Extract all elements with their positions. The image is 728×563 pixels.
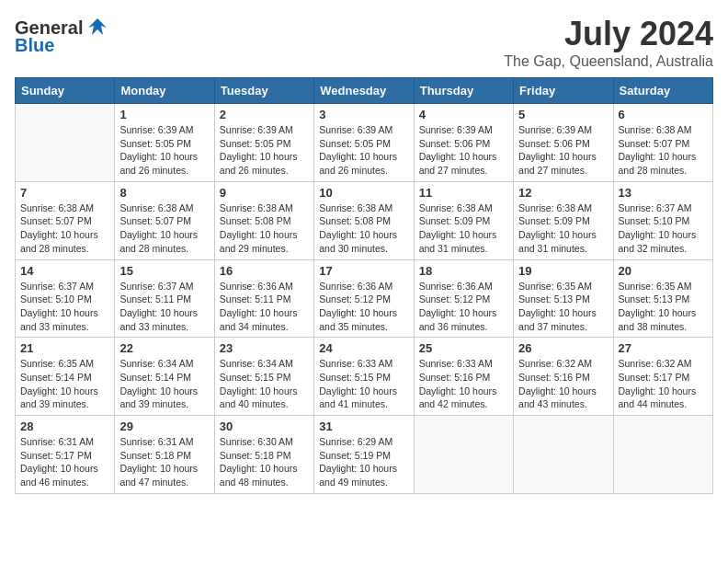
calendar-day-cell: 14Sunrise: 6:37 AMSunset: 5:10 PMDayligh… [16, 259, 115, 338]
day-number: 25 [419, 341, 508, 355]
day-number: 28 [20, 419, 109, 433]
day-info: Sunrise: 6:38 AMSunset: 5:07 PMDaylight:… [20, 201, 109, 256]
calendar-day-cell: 15Sunrise: 6:37 AMSunset: 5:11 PMDayligh… [115, 259, 214, 338]
day-number: 11 [419, 186, 508, 200]
weekday-header: Saturday [613, 78, 712, 104]
day-number: 30 [220, 419, 309, 433]
calendar-day-cell: 3Sunrise: 6:39 AMSunset: 5:05 PMDaylight… [314, 104, 414, 182]
day-number: 31 [319, 419, 408, 433]
day-number: 17 [319, 264, 408, 278]
calendar-day-cell: 29Sunrise: 6:31 AMSunset: 5:18 PMDayligh… [115, 416, 214, 494]
calendar-day-cell: 2Sunrise: 6:39 AMSunset: 5:05 PMDaylight… [214, 104, 313, 182]
day-number: 14 [20, 264, 109, 278]
day-info: Sunrise: 6:39 AMSunset: 5:05 PMDaylight:… [319, 123, 408, 178]
day-info: Sunrise: 6:38 AMSunset: 5:08 PMDaylight:… [220, 201, 309, 256]
calendar-week-row: 28Sunrise: 6:31 AMSunset: 5:17 PMDayligh… [16, 416, 713, 494]
day-number: 2 [220, 108, 309, 121]
day-info: Sunrise: 6:37 AMSunset: 5:10 PMDaylight:… [20, 280, 109, 334]
day-info: Sunrise: 6:36 AMSunset: 5:12 PMDaylight:… [419, 280, 508, 334]
calendar-table: SundayMondayTuesdayWednesdayThursdayFrid… [15, 77, 713, 494]
day-number: 29 [119, 419, 209, 433]
day-info: Sunrise: 6:39 AMSunset: 5:06 PMDaylight:… [419, 123, 508, 178]
calendar-day-cell: 13Sunrise: 6:37 AMSunset: 5:10 PMDayligh… [613, 181, 712, 259]
calendar-day-cell: 5Sunrise: 6:39 AMSunset: 5:06 PMDaylight… [514, 104, 613, 182]
calendar-header-row: SundayMondayTuesdayWednesdayThursdayFrid… [16, 78, 713, 104]
day-info: Sunrise: 6:39 AMSunset: 5:05 PMDaylight:… [220, 123, 309, 178]
day-info: Sunrise: 6:38 AMSunset: 5:07 PMDaylight:… [619, 123, 708, 178]
calendar-week-row: 1Sunrise: 6:39 AMSunset: 5:05 PMDaylight… [16, 104, 713, 182]
day-number: 12 [518, 186, 608, 200]
calendar-day-cell [613, 416, 712, 494]
day-number: 19 [518, 264, 608, 278]
day-info: Sunrise: 6:35 AMSunset: 5:14 PMDaylight:… [20, 357, 109, 411]
calendar-day-cell: 20Sunrise: 6:35 AMSunset: 5:13 PMDayligh… [613, 259, 712, 338]
day-number: 16 [220, 264, 309, 278]
day-number: 4 [419, 108, 508, 121]
day-number: 26 [518, 341, 608, 355]
day-info: Sunrise: 6:33 AMSunset: 5:15 PMDaylight:… [319, 357, 408, 411]
day-info: Sunrise: 6:35 AMSunset: 5:13 PMDaylight:… [518, 280, 608, 334]
calendar-week-row: 7Sunrise: 6:38 AMSunset: 5:07 PMDaylight… [16, 181, 713, 259]
logo-blue-text: Blue [15, 35, 54, 56]
day-info: Sunrise: 6:38 AMSunset: 5:08 PMDaylight:… [319, 201, 408, 256]
calendar-day-cell: 10Sunrise: 6:38 AMSunset: 5:08 PMDayligh… [314, 181, 414, 259]
day-number: 20 [619, 264, 708, 278]
calendar-day-cell: 21Sunrise: 6:35 AMSunset: 5:14 PMDayligh… [16, 338, 115, 416]
calendar-day-cell [514, 416, 613, 494]
day-number: 5 [518, 108, 608, 121]
day-number: 24 [319, 341, 408, 355]
day-number: 13 [619, 186, 708, 200]
day-info: Sunrise: 6:34 AMSunset: 5:15 PMDaylight:… [220, 357, 309, 411]
title-block: July 2024 The Gap, Queensland, Australia [504, 15, 713, 70]
day-number: 6 [619, 108, 708, 121]
day-info: Sunrise: 6:38 AMSunset: 5:09 PMDaylight:… [419, 201, 508, 256]
calendar-day-cell [16, 104, 115, 182]
day-number: 21 [20, 341, 109, 355]
day-info: Sunrise: 6:31 AMSunset: 5:18 PMDaylight:… [119, 435, 209, 489]
month-title: July 2024 [504, 15, 713, 53]
calendar-day-cell: 31Sunrise: 6:29 AMSunset: 5:19 PMDayligh… [314, 416, 414, 494]
day-number: 1 [119, 108, 209, 121]
day-number: 3 [319, 108, 408, 121]
day-info: Sunrise: 6:32 AMSunset: 5:17 PMDaylight:… [619, 357, 708, 411]
calendar-day-cell: 23Sunrise: 6:34 AMSunset: 5:15 PMDayligh… [214, 338, 313, 416]
weekday-header: Wednesday [314, 78, 414, 104]
weekday-header: Sunday [16, 78, 115, 104]
calendar-week-row: 21Sunrise: 6:35 AMSunset: 5:14 PMDayligh… [16, 338, 713, 416]
day-info: Sunrise: 6:31 AMSunset: 5:17 PMDaylight:… [20, 435, 109, 489]
day-info: Sunrise: 6:29 AMSunset: 5:19 PMDaylight:… [319, 435, 408, 489]
calendar-day-cell: 12Sunrise: 6:38 AMSunset: 5:09 PMDayligh… [514, 181, 613, 259]
logo: General Blue [15, 15, 110, 56]
calendar-day-cell: 22Sunrise: 6:34 AMSunset: 5:14 PMDayligh… [115, 338, 214, 416]
day-number: 22 [119, 341, 209, 355]
calendar-day-cell: 9Sunrise: 6:38 AMSunset: 5:08 PMDaylight… [214, 181, 313, 259]
weekday-header: Thursday [414, 78, 513, 104]
calendar-day-cell: 25Sunrise: 6:33 AMSunset: 5:16 PMDayligh… [414, 338, 513, 416]
calendar-week-row: 14Sunrise: 6:37 AMSunset: 5:10 PMDayligh… [16, 259, 713, 338]
calendar-day-cell: 17Sunrise: 6:36 AMSunset: 5:12 PMDayligh… [314, 259, 414, 338]
calendar-day-cell: 27Sunrise: 6:32 AMSunset: 5:17 PMDayligh… [613, 338, 712, 416]
calendar-day-cell: 6Sunrise: 6:38 AMSunset: 5:07 PMDaylight… [613, 104, 712, 182]
calendar-day-cell: 28Sunrise: 6:31 AMSunset: 5:17 PMDayligh… [16, 416, 115, 494]
weekday-header: Monday [115, 78, 214, 104]
day-info: Sunrise: 6:34 AMSunset: 5:14 PMDaylight:… [119, 357, 209, 411]
calendar-day-cell [414, 416, 513, 494]
day-info: Sunrise: 6:32 AMSunset: 5:16 PMDaylight:… [518, 357, 608, 411]
day-number: 23 [220, 341, 309, 355]
day-info: Sunrise: 6:36 AMSunset: 5:11 PMDaylight:… [220, 280, 309, 334]
calendar-day-cell: 19Sunrise: 6:35 AMSunset: 5:13 PMDayligh… [514, 259, 613, 338]
day-info: Sunrise: 6:37 AMSunset: 5:10 PMDaylight:… [619, 201, 708, 256]
day-info: Sunrise: 6:39 AMSunset: 5:05 PMDaylight:… [119, 123, 209, 178]
day-number: 8 [119, 186, 209, 200]
day-number: 15 [119, 264, 209, 278]
calendar-day-cell: 24Sunrise: 6:33 AMSunset: 5:15 PMDayligh… [314, 338, 414, 416]
day-info: Sunrise: 6:38 AMSunset: 5:09 PMDaylight:… [518, 201, 608, 256]
day-number: 18 [419, 264, 508, 278]
day-number: 10 [319, 186, 408, 200]
weekday-header: Tuesday [214, 78, 313, 104]
day-number: 7 [20, 186, 109, 200]
calendar-day-cell: 16Sunrise: 6:36 AMSunset: 5:11 PMDayligh… [214, 259, 313, 338]
svg-marker-0 [88, 18, 107, 35]
location-title: The Gap, Queensland, Australia [504, 53, 713, 70]
calendar-day-cell: 7Sunrise: 6:38 AMSunset: 5:07 PMDaylight… [16, 181, 115, 259]
